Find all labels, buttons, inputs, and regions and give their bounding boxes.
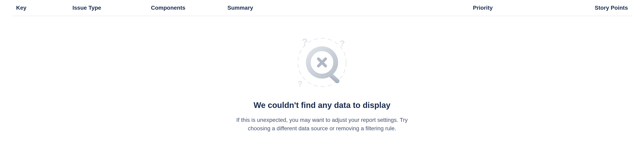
column-header-issue-type[interactable]: Issue Type [72,5,151,11]
column-header-components[interactable]: Components [151,5,228,11]
empty-state-description: If this is unexpected, you may want to a… [232,116,412,133]
table-header: Key Issue Type Components Summary Priori… [12,0,632,16]
svg-text:?: ? [298,79,302,88]
empty-state: ? ? ? We couldn't find any data to displ… [12,16,632,133]
svg-text:?: ? [340,39,345,48]
column-header-key[interactable]: Key [16,5,72,11]
empty-state-heading: We couldn't find any data to display [254,101,390,110]
column-header-story-points[interactable]: Story Points [572,5,628,11]
svg-text:?: ? [302,37,308,47]
column-header-priority[interactable]: Priority [473,5,572,11]
column-header-summary[interactable]: Summary [228,5,473,11]
search-not-found-icon: ? ? ? [290,34,354,95]
